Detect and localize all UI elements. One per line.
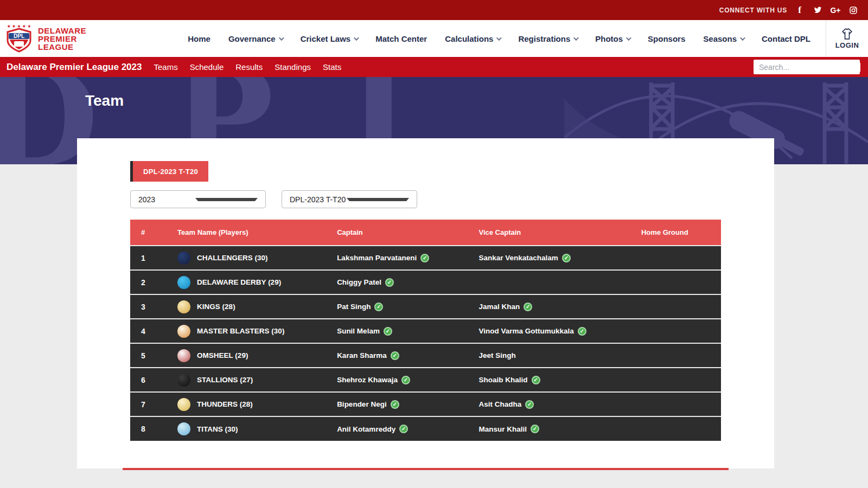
vice-captain-name: Sankar Venkatachalam <box>478 254 558 262</box>
table-row[interactable]: 7THUNDERS (28)Bipender Negi✓Asit Chadha✓ <box>130 392 721 416</box>
team-cell: THUNDERS (28) <box>177 398 337 411</box>
login-button[interactable]: LOGIN <box>826 20 868 57</box>
league-title: Delaware Premier League 2023 <box>7 62 142 73</box>
table-row[interactable]: 2DELAWARE DERBY (29)Chiggy Patel✓ <box>130 270 721 294</box>
table-row[interactable]: 1CHALLENGERS (30)Lakshman Parvataneni✓Sa… <box>130 246 721 270</box>
captain-name: Bipender Negi <box>337 400 387 408</box>
column-header-home-ground: Home Ground <box>641 220 721 246</box>
search-input[interactable] <box>754 63 860 72</box>
captain-cell: Karan Sharma✓ <box>337 351 478 360</box>
captain-name: Sunil Melam <box>337 327 380 335</box>
nav-item-sponsors[interactable]: Sponsors <box>648 34 685 43</box>
team-name: THUNDERS (28) <box>197 400 253 408</box>
column-header-vice-captain: Vice Captain <box>478 220 641 246</box>
dropdown-arrow-icon <box>195 198 258 201</box>
vice-captain-cell: Jamal Khan✓ <box>478 303 641 311</box>
league-link-stats[interactable]: Stats <box>323 62 341 72</box>
team-logo-icon <box>177 398 190 411</box>
captain-cell: Lakshman Parvataneni✓ <box>337 254 478 262</box>
verified-check-icon: ✓ <box>525 400 534 409</box>
vice-captain-cell: Jeet Singh <box>478 351 641 359</box>
season-select[interactable]: DPL-2023 T-T20 <box>282 190 417 208</box>
captain-name: Anil Kotamreddy <box>337 425 395 433</box>
table-row[interactable]: 5OMSHEEL (29)Karan Sharma✓Jeet Singh <box>130 343 721 368</box>
nav-item-label: Home <box>188 34 210 43</box>
nav-item-label: Governance <box>228 34 276 43</box>
captain-cell: Pat Singh✓ <box>337 303 478 311</box>
nav-item-seasons[interactable]: Seasons <box>703 34 744 43</box>
vice-captain-cell: Asit Chadha✓ <box>478 400 641 409</box>
nav-item-registrations[interactable]: Registrations <box>518 34 577 43</box>
instagram-icon[interactable] <box>848 5 858 15</box>
year-select-value: 2023 <box>138 195 195 204</box>
team-name: CHALLENGERS (30) <box>197 254 268 262</box>
nav-item-governance[interactable]: Governance <box>228 34 283 43</box>
verified-check-icon: ✓ <box>385 278 394 287</box>
dpl-logo[interactable]: ★ ★ ★ ★ ★ DPL DELAWARE PREMIER LEAGUE <box>0 23 86 54</box>
table-row[interactable]: 3KINGS (28)Pat Singh✓Jamal Khan✓ <box>130 294 721 319</box>
content-card: DPL-2023 T-T20 2023 DPL-2023 T-T20 #Team… <box>77 138 774 468</box>
verified-check-icon: ✓ <box>562 254 571 262</box>
search-box <box>754 60 860 74</box>
nav-item-label: Sponsors <box>648 34 685 43</box>
team-logo-icon <box>177 374 190 387</box>
row-number: 6 <box>130 368 177 392</box>
nav-item-home[interactable]: Home <box>188 34 210 43</box>
google-plus-icon[interactable]: G+ <box>831 5 840 15</box>
team-cell: MASTER BLASTERS (30) <box>177 325 337 338</box>
table-row[interactable]: 8TITANS (30)Anil Kotamreddy✓Mansur Khali… <box>130 416 721 441</box>
captain-cell: Shehroz Khawaja✓ <box>337 376 478 384</box>
verified-check-icon: ✓ <box>391 351 399 360</box>
home-ground-cell <box>641 246 721 270</box>
team-logo-icon <box>177 422 190 435</box>
tab-label: DPL-2023 T-T20 <box>143 168 198 176</box>
row-number: 7 <box>130 392 177 416</box>
table-header-row: #Team Name (Players)CaptainVice CaptainH… <box>130 220 721 246</box>
chevron-down-icon <box>279 35 284 41</box>
team-logo-icon <box>177 325 190 338</box>
dropdown-arrow-icon <box>347 198 409 201</box>
jersey-icon <box>840 28 854 40</box>
team-name: KINGS (28) <box>197 303 235 311</box>
nav-item-cricket-laws[interactable]: Cricket Laws <box>301 34 358 43</box>
row-number: 1 <box>130 246 177 270</box>
nav-item-calculations[interactable]: Calculations <box>445 34 500 43</box>
verified-check-icon: ✓ <box>532 376 540 384</box>
vice-captain-name: Shoaib Khalid <box>478 376 527 384</box>
nav-item-label: Contact DPL <box>762 34 810 43</box>
vice-captain-name: Jeet Singh <box>478 351 515 359</box>
social-icons: f G+ <box>795 5 858 15</box>
tab-dpl-2023-t-t20[interactable]: DPL-2023 T-T20 <box>130 161 208 182</box>
nav-item-label: Calculations <box>445 34 493 43</box>
nav-item-photos[interactable]: Photos <box>595 34 630 43</box>
red-divider <box>123 468 729 470</box>
vice-captain-name: Vinod Varma Gottumukkala <box>478 327 573 335</box>
year-select[interactable]: 2023 <box>130 190 266 208</box>
teams-table: #Team Name (Players)CaptainVice CaptainH… <box>130 220 721 441</box>
chevron-down-icon <box>573 35 579 41</box>
table-row[interactable]: 4MASTER BLASTERS (30)Sunil Melam✓Vinod V… <box>130 319 721 343</box>
league-bar: Delaware Premier League 2023 TeamsSchedu… <box>0 57 868 77</box>
captain-name: Pat Singh <box>337 303 371 311</box>
facebook-icon[interactable]: f <box>795 5 805 15</box>
nav-item-label: Match Center <box>375 34 427 43</box>
league-link-results[interactable]: Results <box>235 62 263 72</box>
home-ground-cell <box>641 368 721 392</box>
twitter-icon[interactable] <box>813 5 822 15</box>
nav-item-match-center[interactable]: Match Center <box>375 34 427 43</box>
season-select-value: DPL-2023 T-T20 <box>290 195 347 204</box>
row-number: 4 <box>130 319 177 343</box>
chevron-down-icon <box>626 35 631 41</box>
vice-captain-cell: Mansur Khalil✓ <box>478 425 641 433</box>
nav-item-contact-dpl[interactable]: Contact DPL <box>762 34 810 43</box>
league-link-teams[interactable]: Teams <box>154 62 177 72</box>
row-number: 8 <box>130 416 177 441</box>
league-link-standings[interactable]: Standings <box>275 62 311 72</box>
table-row[interactable]: 6STALLIONS (27)Shehroz Khawaja✓Shoaib Kh… <box>130 368 721 392</box>
dpl-crest-icon: ★ ★ ★ ★ ★ DPL <box>4 23 34 54</box>
league-link-schedule[interactable]: Schedule <box>190 62 224 72</box>
home-ground-cell <box>641 270 721 294</box>
team-name: OMSHEEL (29) <box>197 351 248 359</box>
team-logo-icon <box>177 349 190 362</box>
filters-row: 2023 DPL-2023 T-T20 <box>130 190 721 208</box>
